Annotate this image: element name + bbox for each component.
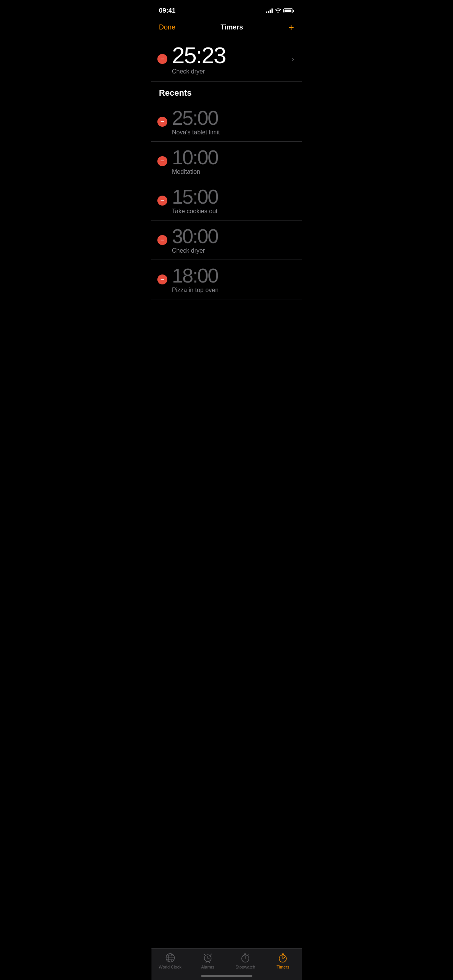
done-button[interactable]: Done bbox=[159, 23, 175, 31]
active-timer-time: 25:23 bbox=[172, 43, 289, 67]
active-timer-row: 25:23 Check dryer › bbox=[151, 37, 302, 81]
recent-timer-3-info: 15:00 Take cookies out bbox=[172, 186, 294, 215]
status-time: 09:41 bbox=[159, 7, 175, 15]
recent-timer-row: 10:00 Meditation bbox=[151, 142, 302, 181]
recent-timer-1-label: Nova's tablet limit bbox=[172, 129, 294, 136]
active-timer-info: 25:23 Check dryer bbox=[172, 43, 289, 75]
recent-timer-4-info: 30:00 Check dryer bbox=[172, 226, 294, 255]
recent-timer-3-label: Take cookies out bbox=[172, 208, 294, 215]
recent-timer-row: 25:00 Nova's tablet limit bbox=[151, 102, 302, 142]
delete-recent-5-button[interactable] bbox=[157, 274, 167, 284]
chevron-right-icon[interactable]: › bbox=[292, 55, 294, 63]
recent-timer-5-label: Pizza in top oven bbox=[172, 287, 294, 294]
battery-icon bbox=[283, 8, 294, 13]
recent-timer-row: 30:00 Check dryer bbox=[151, 220, 302, 260]
recent-timer-5-info: 18:00 Pizza in top oven bbox=[172, 265, 294, 294]
recent-timer-1-time: 25:00 bbox=[172, 108, 294, 129]
recent-timer-2-info: 10:00 Meditation bbox=[172, 147, 294, 176]
recent-timer-row: 15:00 Take cookies out bbox=[151, 181, 302, 220]
delete-recent-4-button[interactable] bbox=[157, 235, 167, 245]
recent-timer-3-time: 15:00 bbox=[172, 186, 294, 207]
recent-timer-4-label: Check dryer bbox=[172, 247, 294, 254]
recent-timer-row: 18:00 Pizza in top oven bbox=[151, 260, 302, 299]
page-title: Timers bbox=[221, 23, 243, 31]
recent-timer-4-time: 30:00 bbox=[172, 226, 294, 247]
delete-recent-2-button[interactable] bbox=[157, 156, 167, 166]
active-timer-label: Check dryer bbox=[172, 68, 289, 75]
recent-timer-2-label: Meditation bbox=[172, 168, 294, 175]
recent-timer-2-time: 10:00 bbox=[172, 147, 294, 168]
content-scroll: 25:23 Check dryer › Recents 25:00 Nova's… bbox=[151, 37, 302, 338]
signal-icon bbox=[266, 8, 273, 13]
delete-recent-3-button[interactable] bbox=[157, 196, 167, 206]
status-bar: 09:41 bbox=[151, 0, 302, 19]
recent-timer-5-time: 18:00 bbox=[172, 265, 294, 286]
wifi-icon bbox=[275, 8, 281, 13]
divider-5 bbox=[151, 299, 302, 299]
recents-header: Recents bbox=[151, 81, 302, 102]
add-button[interactable]: + bbox=[288, 22, 294, 32]
recent-timer-1-info: 25:00 Nova's tablet limit bbox=[172, 108, 294, 136]
delete-active-timer-button[interactable] bbox=[157, 54, 167, 64]
status-icons bbox=[266, 8, 294, 13]
delete-recent-1-button[interactable] bbox=[157, 117, 167, 127]
nav-bar: Done Timers + bbox=[151, 19, 302, 37]
